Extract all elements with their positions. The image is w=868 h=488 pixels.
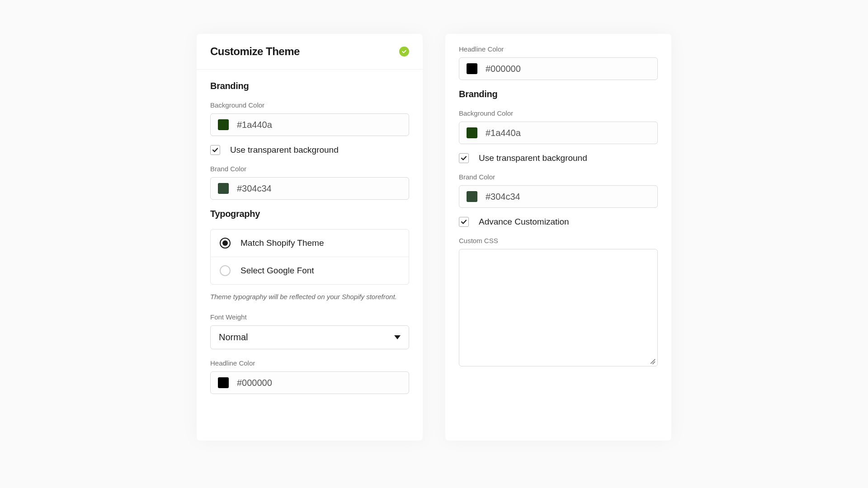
checkbox-checked-icon[interactable] (459, 217, 469, 227)
transparent-label: Use transparent background (479, 153, 587, 163)
panel-title: Customize Theme (210, 45, 300, 58)
headline-color-label: Headline Color (459, 45, 658, 53)
headline-color-input[interactable]: #000000 (459, 57, 658, 80)
panel-body: Headline Color #000000 Branding Backgrou… (445, 34, 671, 378)
transparent-checkbox-row[interactable]: Use transparent background (210, 145, 409, 155)
bg-color-value: #1a440a (486, 128, 521, 138)
bg-color-input[interactable]: #1a440a (210, 113, 409, 136)
bg-color-label: Background Color (459, 109, 658, 117)
app-container: Customize Theme Branding Background Colo… (197, 34, 671, 488)
advance-customization-label: Advance Customization (479, 217, 569, 227)
font-weight-value: Normal (219, 332, 248, 343)
branding-heading: Branding (459, 89, 658, 99)
bg-color-label: Background Color (210, 101, 409, 109)
font-weight-select[interactable]: Normal (210, 325, 409, 349)
brand-color-swatch[interactable] (218, 183, 229, 194)
radio-unselected-icon[interactable] (220, 265, 231, 276)
font-weight-label: Font Weight (210, 313, 409, 321)
headline-color-value: #000000 (486, 64, 521, 74)
transparent-checkbox-row[interactable]: Use transparent background (459, 153, 658, 163)
headline-color-input[interactable]: #000000 (210, 371, 409, 394)
check-icon (399, 47, 409, 56)
left-panel: Customize Theme Branding Background Colo… (197, 34, 423, 441)
branding-heading: Branding (210, 81, 409, 91)
radio-selected-icon[interactable] (220, 238, 231, 249)
advance-customization-row[interactable]: Advance Customization (459, 217, 658, 227)
brand-color-swatch[interactable] (467, 191, 477, 202)
checkbox-checked-icon[interactable] (210, 145, 220, 155)
font-source-radio-group: Match Shopify Theme Select Google Font (210, 229, 409, 285)
radio-google-font[interactable]: Select Google Font (211, 257, 409, 284)
resize-handle-icon[interactable] (647, 356, 656, 364)
right-panel: Headline Color #000000 Branding Backgrou… (445, 34, 671, 441)
headline-color-label: Headline Color (210, 359, 409, 367)
radio-match-shopify[interactable]: Match Shopify Theme (211, 230, 409, 257)
bg-color-value: #1a440a (237, 120, 272, 130)
headline-color-swatch[interactable] (218, 377, 229, 388)
brand-color-label: Brand Color (459, 173, 658, 181)
headline-color-value: #000000 (237, 378, 272, 388)
brand-color-label: Brand Color (210, 165, 409, 173)
panel-body: Branding Background Color #1a440a Use tr… (197, 70, 423, 441)
brand-color-input[interactable]: #304c34 (459, 185, 658, 208)
custom-css-textarea[interactable] (459, 249, 658, 366)
checkbox-checked-icon[interactable] (459, 153, 469, 163)
custom-css-label: Custom CSS (459, 237, 658, 244)
transparent-label: Use transparent background (230, 145, 339, 155)
headline-color-swatch[interactable] (467, 63, 477, 74)
brand-color-input[interactable]: #304c34 (210, 177, 409, 200)
radio-label-match: Match Shopify Theme (241, 238, 324, 248)
brand-color-value: #304c34 (237, 183, 272, 194)
bg-color-swatch[interactable] (218, 119, 229, 130)
typography-heading: Typography (210, 209, 409, 219)
bg-color-swatch[interactable] (467, 127, 477, 138)
brand-color-value: #304c34 (486, 192, 520, 202)
panel-header: Customize Theme (197, 34, 423, 70)
radio-label-google: Select Google Font (241, 266, 314, 276)
bg-color-input[interactable]: #1a440a (459, 122, 658, 144)
typography-hint: Theme typography will be reflected on yo… (210, 293, 409, 300)
chevron-down-icon (394, 335, 401, 339)
